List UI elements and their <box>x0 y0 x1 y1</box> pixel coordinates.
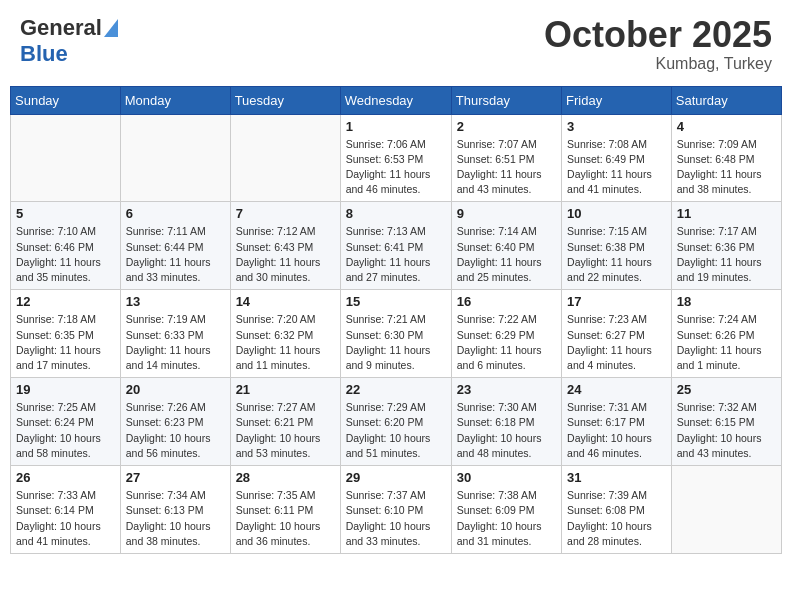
weekday-header-saturday: Saturday <box>671 86 781 114</box>
day-number: 19 <box>16 382 115 397</box>
day-cell: 21Sunrise: 7:27 AM Sunset: 6:21 PM Dayli… <box>230 378 340 466</box>
day-cell <box>230 114 340 202</box>
day-info: Sunrise: 7:27 AM Sunset: 6:21 PM Dayligh… <box>236 400 335 461</box>
day-number: 25 <box>677 382 776 397</box>
day-info: Sunrise: 7:24 AM Sunset: 6:26 PM Dayligh… <box>677 312 776 373</box>
title-block: October 2025 Kumbag, Turkey <box>544 15 772 73</box>
day-cell: 13Sunrise: 7:19 AM Sunset: 6:33 PM Dayli… <box>120 290 230 378</box>
day-number: 13 <box>126 294 225 309</box>
day-cell: 25Sunrise: 7:32 AM Sunset: 6:15 PM Dayli… <box>671 378 781 466</box>
day-info: Sunrise: 7:39 AM Sunset: 6:08 PM Dayligh… <box>567 488 666 549</box>
day-number: 1 <box>346 119 446 134</box>
day-cell: 11Sunrise: 7:17 AM Sunset: 6:36 PM Dayli… <box>671 202 781 290</box>
day-number: 28 <box>236 470 335 485</box>
week-row-3: 12Sunrise: 7:18 AM Sunset: 6:35 PM Dayli… <box>11 290 782 378</box>
day-number: 6 <box>126 206 225 221</box>
day-number: 4 <box>677 119 776 134</box>
day-cell: 2Sunrise: 7:07 AM Sunset: 6:51 PM Daylig… <box>451 114 561 202</box>
day-info: Sunrise: 7:35 AM Sunset: 6:11 PM Dayligh… <box>236 488 335 549</box>
weekday-header-wednesday: Wednesday <box>340 86 451 114</box>
day-cell: 9Sunrise: 7:14 AM Sunset: 6:40 PM Daylig… <box>451 202 561 290</box>
day-info: Sunrise: 7:15 AM Sunset: 6:38 PM Dayligh… <box>567 224 666 285</box>
day-info: Sunrise: 7:31 AM Sunset: 6:17 PM Dayligh… <box>567 400 666 461</box>
day-info: Sunrise: 7:13 AM Sunset: 6:41 PM Dayligh… <box>346 224 446 285</box>
week-row-1: 1Sunrise: 7:06 AM Sunset: 6:53 PM Daylig… <box>11 114 782 202</box>
day-cell: 20Sunrise: 7:26 AM Sunset: 6:23 PM Dayli… <box>120 378 230 466</box>
day-number: 27 <box>126 470 225 485</box>
calendar-table: SundayMondayTuesdayWednesdayThursdayFrid… <box>10 86 782 554</box>
week-row-5: 26Sunrise: 7:33 AM Sunset: 6:14 PM Dayli… <box>11 466 782 554</box>
month-title: October 2025 <box>544 15 772 55</box>
day-cell: 19Sunrise: 7:25 AM Sunset: 6:24 PM Dayli… <box>11 378 121 466</box>
day-cell: 10Sunrise: 7:15 AM Sunset: 6:38 PM Dayli… <box>562 202 672 290</box>
day-number: 26 <box>16 470 115 485</box>
day-info: Sunrise: 7:07 AM Sunset: 6:51 PM Dayligh… <box>457 137 556 198</box>
day-info: Sunrise: 7:38 AM Sunset: 6:09 PM Dayligh… <box>457 488 556 549</box>
day-info: Sunrise: 7:12 AM Sunset: 6:43 PM Dayligh… <box>236 224 335 285</box>
day-info: Sunrise: 7:11 AM Sunset: 6:44 PM Dayligh… <box>126 224 225 285</box>
weekday-header-sunday: Sunday <box>11 86 121 114</box>
weekday-header-friday: Friday <box>562 86 672 114</box>
day-number: 10 <box>567 206 666 221</box>
day-number: 20 <box>126 382 225 397</box>
logo-triangle-icon <box>104 19 118 37</box>
logo: General Blue <box>20 15 118 67</box>
weekday-header-thursday: Thursday <box>451 86 561 114</box>
day-info: Sunrise: 7:34 AM Sunset: 6:13 PM Dayligh… <box>126 488 225 549</box>
day-info: Sunrise: 7:33 AM Sunset: 6:14 PM Dayligh… <box>16 488 115 549</box>
day-number: 15 <box>346 294 446 309</box>
day-info: Sunrise: 7:10 AM Sunset: 6:46 PM Dayligh… <box>16 224 115 285</box>
location-text: Kumbag, Turkey <box>544 55 772 73</box>
day-number: 30 <box>457 470 556 485</box>
day-info: Sunrise: 7:26 AM Sunset: 6:23 PM Dayligh… <box>126 400 225 461</box>
day-number: 22 <box>346 382 446 397</box>
day-number: 29 <box>346 470 446 485</box>
day-cell: 22Sunrise: 7:29 AM Sunset: 6:20 PM Dayli… <box>340 378 451 466</box>
day-number: 7 <box>236 206 335 221</box>
day-cell: 24Sunrise: 7:31 AM Sunset: 6:17 PM Dayli… <box>562 378 672 466</box>
day-number: 11 <box>677 206 776 221</box>
day-cell: 30Sunrise: 7:38 AM Sunset: 6:09 PM Dayli… <box>451 466 561 554</box>
day-info: Sunrise: 7:19 AM Sunset: 6:33 PM Dayligh… <box>126 312 225 373</box>
day-number: 24 <box>567 382 666 397</box>
day-info: Sunrise: 7:25 AM Sunset: 6:24 PM Dayligh… <box>16 400 115 461</box>
day-cell <box>120 114 230 202</box>
weekday-header-monday: Monday <box>120 86 230 114</box>
day-info: Sunrise: 7:23 AM Sunset: 6:27 PM Dayligh… <box>567 312 666 373</box>
day-cell: 18Sunrise: 7:24 AM Sunset: 6:26 PM Dayli… <box>671 290 781 378</box>
logo-general-text: General <box>20 15 102 41</box>
day-cell: 7Sunrise: 7:12 AM Sunset: 6:43 PM Daylig… <box>230 202 340 290</box>
logo-blue-text: Blue <box>20 41 68 67</box>
day-cell: 14Sunrise: 7:20 AM Sunset: 6:32 PM Dayli… <box>230 290 340 378</box>
day-cell: 4Sunrise: 7:09 AM Sunset: 6:48 PM Daylig… <box>671 114 781 202</box>
week-row-2: 5Sunrise: 7:10 AM Sunset: 6:46 PM Daylig… <box>11 202 782 290</box>
day-info: Sunrise: 7:20 AM Sunset: 6:32 PM Dayligh… <box>236 312 335 373</box>
day-number: 2 <box>457 119 556 134</box>
day-cell: 31Sunrise: 7:39 AM Sunset: 6:08 PM Dayli… <box>562 466 672 554</box>
day-number: 12 <box>16 294 115 309</box>
day-info: Sunrise: 7:14 AM Sunset: 6:40 PM Dayligh… <box>457 224 556 285</box>
day-cell: 3Sunrise: 7:08 AM Sunset: 6:49 PM Daylig… <box>562 114 672 202</box>
day-cell: 17Sunrise: 7:23 AM Sunset: 6:27 PM Dayli… <box>562 290 672 378</box>
page-header: General Blue October 2025 Kumbag, Turkey <box>10 10 782 78</box>
day-cell: 12Sunrise: 7:18 AM Sunset: 6:35 PM Dayli… <box>11 290 121 378</box>
week-row-4: 19Sunrise: 7:25 AM Sunset: 6:24 PM Dayli… <box>11 378 782 466</box>
day-cell: 26Sunrise: 7:33 AM Sunset: 6:14 PM Dayli… <box>11 466 121 554</box>
day-info: Sunrise: 7:22 AM Sunset: 6:29 PM Dayligh… <box>457 312 556 373</box>
day-info: Sunrise: 7:21 AM Sunset: 6:30 PM Dayligh… <box>346 312 446 373</box>
day-info: Sunrise: 7:09 AM Sunset: 6:48 PM Dayligh… <box>677 137 776 198</box>
day-cell <box>11 114 121 202</box>
day-cell: 23Sunrise: 7:30 AM Sunset: 6:18 PM Dayli… <box>451 378 561 466</box>
day-cell: 28Sunrise: 7:35 AM Sunset: 6:11 PM Dayli… <box>230 466 340 554</box>
day-info: Sunrise: 7:06 AM Sunset: 6:53 PM Dayligh… <box>346 137 446 198</box>
day-info: Sunrise: 7:18 AM Sunset: 6:35 PM Dayligh… <box>16 312 115 373</box>
day-number: 17 <box>567 294 666 309</box>
day-number: 9 <box>457 206 556 221</box>
day-cell: 5Sunrise: 7:10 AM Sunset: 6:46 PM Daylig… <box>11 202 121 290</box>
day-number: 23 <box>457 382 556 397</box>
day-number: 3 <box>567 119 666 134</box>
day-info: Sunrise: 7:30 AM Sunset: 6:18 PM Dayligh… <box>457 400 556 461</box>
day-number: 18 <box>677 294 776 309</box>
day-number: 8 <box>346 206 446 221</box>
day-cell: 29Sunrise: 7:37 AM Sunset: 6:10 PM Dayli… <box>340 466 451 554</box>
